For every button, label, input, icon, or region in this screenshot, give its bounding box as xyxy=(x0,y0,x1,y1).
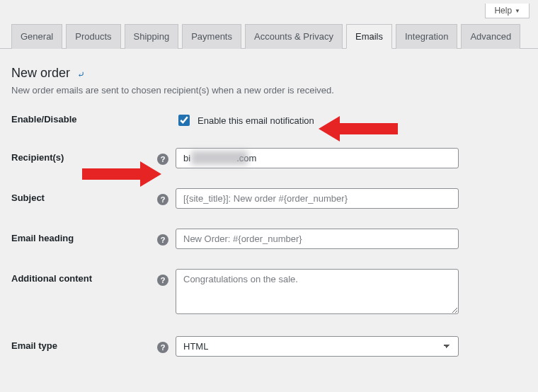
page-title: New order xyxy=(11,66,70,81)
label-enable: Enable/Disable xyxy=(11,110,176,125)
recipients-input-wrap xyxy=(176,148,527,168)
tab-payments[interactable]: Payments xyxy=(182,24,241,49)
chevron-down-icon: ▼ xyxy=(515,8,520,14)
email-heading-input[interactable] xyxy=(176,229,459,249)
label-subject: Subject ? xyxy=(11,188,176,205)
label-email-type-text: Email type xyxy=(11,340,57,351)
settings-form: Enable/Disable Enable this email notific… xyxy=(11,110,527,357)
help-icon[interactable]: ? xyxy=(157,154,168,165)
back-link-icon[interactable]: ⤶ xyxy=(77,69,85,80)
tab-accounts-privacy[interactable]: Accounts & Privacy xyxy=(245,24,343,49)
subject-input[interactable] xyxy=(176,188,459,209)
row-recipients: Recipient(s) ? xyxy=(11,148,527,168)
enable-checkbox-wrap[interactable]: Enable this email notification xyxy=(176,110,527,128)
enable-checkbox-label: Enable this email notification xyxy=(198,115,314,126)
tabs-nav: General Products Shipping Payments Accou… xyxy=(0,0,538,49)
section-title: New order ⤶ xyxy=(11,66,527,81)
help-icon[interactable]: ? xyxy=(157,234,168,246)
tab-general[interactable]: General xyxy=(11,24,62,49)
label-email-heading: Email heading ? xyxy=(11,229,176,246)
tab-advanced[interactable]: Advanced xyxy=(461,24,520,49)
tab-integration[interactable]: Integration xyxy=(396,24,457,49)
redacted-overlay xyxy=(191,151,248,165)
label-email-heading-text: Email heading xyxy=(11,233,74,243)
label-additional-content: Additional content ? xyxy=(11,269,176,286)
label-recipients: Recipient(s) ? xyxy=(11,148,176,165)
section-description: New order emails are sent to chosen reci… xyxy=(11,85,527,96)
row-email-type: Email type ? HTML xyxy=(11,336,527,357)
help-button-label: Help xyxy=(494,6,512,16)
row-additional-content: Additional content ? xyxy=(11,269,527,316)
enable-checkbox[interactable] xyxy=(178,115,190,126)
label-enable-text: Enable/Disable xyxy=(11,114,76,125)
help-button[interactable]: Help ▼ xyxy=(485,4,530,18)
label-subject-text: Subject xyxy=(11,192,45,203)
additional-content-textarea[interactable] xyxy=(176,269,459,314)
content-area: New order ⤶ New order emails are sent to… xyxy=(0,49,538,357)
tab-emails[interactable]: Emails xyxy=(346,24,392,49)
help-icon[interactable]: ? xyxy=(157,194,168,205)
help-icon[interactable]: ? xyxy=(157,275,168,286)
email-type-select[interactable]: HTML xyxy=(176,336,459,357)
help-icon[interactable]: ? xyxy=(157,342,168,353)
label-email-type: Email type ? xyxy=(11,336,176,353)
row-subject: Subject ? xyxy=(11,188,527,209)
label-additional-content-text: Additional content xyxy=(11,273,92,284)
label-recipients-text: Recipient(s) xyxy=(11,152,64,163)
tab-shipping[interactable]: Shipping xyxy=(125,24,179,49)
row-enable: Enable/Disable Enable this email notific… xyxy=(11,110,527,128)
row-email-heading: Email heading ? xyxy=(11,229,527,249)
tab-products[interactable]: Products xyxy=(66,24,120,49)
